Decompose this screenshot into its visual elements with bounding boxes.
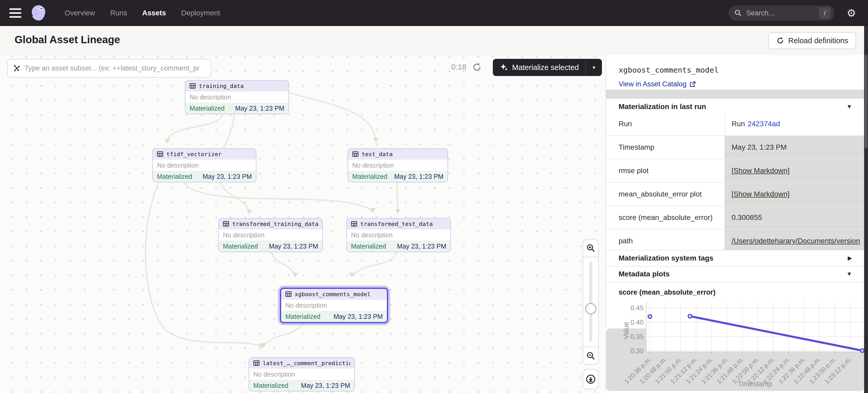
nav-item-deployment[interactable]: Deployment [181, 9, 220, 17]
page-scrollbar[interactable] [864, 26, 868, 393]
asset-node-description: No description [348, 160, 447, 171]
asset-node-tfidf_vectorizer[interactable]: tfidf_vectorizerNo descriptionMaterializ… [152, 149, 256, 183]
asset-node-xgboost_comments_model[interactable]: xgboost_comments_modelNo descriptionMate… [280, 288, 388, 323]
asset-node-status-row: MaterializedMay 23, 1:23 PM [153, 171, 256, 182]
metadata-link[interactable]: [Show Markdown] [732, 190, 789, 198]
refresh-timer: 0:18 [451, 62, 466, 71]
edge-training_data-to-tfidf_vectorizer [167, 112, 223, 142]
data-point [861, 349, 864, 352]
zoom-out-button[interactable] [583, 347, 598, 364]
data-point [648, 315, 652, 318]
zoom-out-icon [586, 351, 595, 360]
dagster-logo[interactable] [29, 3, 49, 23]
asset-node-header: tfidf_vectorizer [153, 149, 256, 160]
chevron-down-icon: ▼ [846, 103, 852, 110]
gear-icon[interactable]: ⚙ [847, 8, 856, 18]
status-label: Materialized [352, 173, 388, 181]
materialize-selected-button[interactable]: Materialize selected ▾ [493, 59, 602, 76]
asset-node-header: transformed_test_data [347, 219, 451, 229]
asset-node-header: xgboost_comments_model [281, 289, 387, 300]
run-link[interactable]: 242374ad [747, 120, 780, 128]
section-metadata-plots[interactable]: Metadata plots ▼ [606, 266, 865, 282]
status-timestamp: May 23, 1:23 PM [397, 242, 446, 250]
asset-node-name: latest_…_comment_predictions [263, 360, 350, 366]
asset-node-header: transformed_training_data [219, 219, 322, 229]
section-materialization-in-last-run[interactable]: Materialization in last run ▼ [606, 98, 865, 114]
table-icon [351, 221, 357, 227]
asset-node-status-row: MaterializedMay 23, 1:23 PM [185, 103, 288, 114]
asset-node-status-row: MaterializedMay 23, 1:23 PM [347, 241, 451, 252]
status-label: Materialized [223, 242, 258, 250]
table-icon [189, 83, 196, 89]
section-materialization-system-tags[interactable]: Materialization system tags ▶ [606, 250, 865, 266]
status-timestamp: May 23, 1:23 PM [269, 242, 318, 250]
nav-item-overview[interactable]: Overview [65, 9, 95, 17]
metadata-key: rmse plot [606, 159, 725, 182]
asset-node-name: transformed_training_data [232, 221, 318, 227]
asset-node-description: No description [153, 160, 256, 171]
data-point [688, 315, 692, 318]
refresh-icon[interactable] [472, 62, 482, 72]
search-icon [734, 9, 742, 17]
metadata-value: /Users/odetteharary/Documents/version [725, 230, 865, 253]
asset-node-name: xgboost_comments_model [295, 291, 370, 297]
asset-node-status-row: MaterializedMay 23, 1:23 PM [219, 241, 322, 252]
scrollbar-thumb[interactable] [865, 55, 867, 149]
status-timestamp: May 23, 1:23 PM [235, 105, 284, 112]
lineage-canvas[interactable]: Type an asset subset... (ex: ++latest_st… [0, 55, 606, 393]
table-row: mean_absolute_error plot[Show Markdown] [606, 183, 865, 206]
chevron-down-icon: ▼ [846, 271, 852, 277]
asset-node-transformed_training_data[interactable]: transformed_training_dataNo descriptionM… [218, 218, 323, 252]
sparkle-icon [500, 63, 508, 72]
status-timestamp: May 23, 1:23 PM [334, 313, 383, 320]
metadata-link[interactable]: [Show Markdown] [732, 167, 789, 175]
zoom-in-icon [586, 243, 595, 253]
nav-item-runs[interactable]: Runs [110, 9, 127, 17]
asset-node-header: test_data [348, 149, 447, 160]
reload-definitions-button[interactable]: Reload definitions [768, 32, 856, 49]
edge-training_data-to-test_data [288, 92, 376, 140]
asset-node-training_data[interactable]: training_dataNo descriptionMaterializedM… [185, 80, 289, 114]
asset-node-description: No description [185, 91, 288, 103]
status-label: Materialized [351, 242, 386, 250]
table-row: rmse plot[Show Markdown] [606, 159, 865, 183]
chevron-right-icon: ▶ [848, 255, 852, 262]
nav-item-assets[interactable]: Assets [142, 9, 166, 17]
table-row: path/Users/odetteharary/Documents/versio… [606, 230, 865, 253]
asset-node-latest_comment_predictions[interactable]: latest_…_comment_predictionsNo descripti… [249, 357, 355, 391]
asset-details-panel: xgboost_comments_model View in Asset Cat… [606, 55, 865, 393]
table-row: score (mean_absolute_error)0.300855 [606, 206, 865, 230]
asset-node-status-row: MaterializedMay 23, 1:23 PM [249, 380, 354, 391]
search-input[interactable]: Search... / [728, 5, 835, 21]
asset-node-name: transformed_test_data [360, 221, 433, 227]
status-label: Materialized [189, 105, 225, 112]
asset-node-transformed_test_data[interactable]: transformed_test_dataNo descriptionMater… [346, 218, 451, 252]
y-tick-label: 0.45 [630, 304, 644, 312]
edge-transformed_training_data-to-xgboost_comments_model [271, 250, 295, 276]
asset-node-description: No description [347, 229, 451, 241]
status-timestamp: May 23, 1:23 PM [203, 173, 252, 181]
asset-node-description: No description [219, 229, 322, 241]
asset-subset-placeholder: Type an asset subset... (ex: ++latest_st… [25, 64, 199, 72]
asset-node-status-row: MaterializedMay 23, 1:23 PM [281, 311, 387, 322]
metadata-key: score (mean_absolute_error) [606, 206, 725, 229]
asset-node-header: latest_…_comment_predictions [249, 358, 354, 368]
external-link-icon [689, 81, 696, 88]
asset-node-name: tfidf_vectorizer [166, 151, 222, 158]
asset-subset-input[interactable]: Type an asset subset... (ex: ++latest_st… [7, 59, 211, 77]
zoom-slider[interactable] [583, 257, 598, 347]
download-image-button[interactable] [583, 369, 599, 389]
asset-node-test_data[interactable]: test_dataNo descriptionMaterializedMay 2… [347, 149, 448, 183]
zoom-slider-knob[interactable] [585, 303, 596, 315]
table-icon [285, 291, 291, 297]
status-label: Materialized [157, 173, 192, 181]
asset-node-status-row: MaterializedMay 23, 1:23 PM [348, 171, 447, 182]
materialize-dropdown-caret[interactable]: ▾ [586, 64, 602, 70]
view-in-asset-catalog-link[interactable]: View in Asset Catalog [619, 80, 696, 88]
zoom-in-button[interactable] [583, 239, 598, 257]
metadata-key: Run [606, 112, 725, 135]
hamburger-menu-icon[interactable] [9, 8, 21, 18]
metadata-link[interactable]: /Users/odetteharary/Documents/version [732, 237, 860, 245]
table-icon [352, 151, 359, 157]
status-label: Materialized [253, 382, 288, 389]
